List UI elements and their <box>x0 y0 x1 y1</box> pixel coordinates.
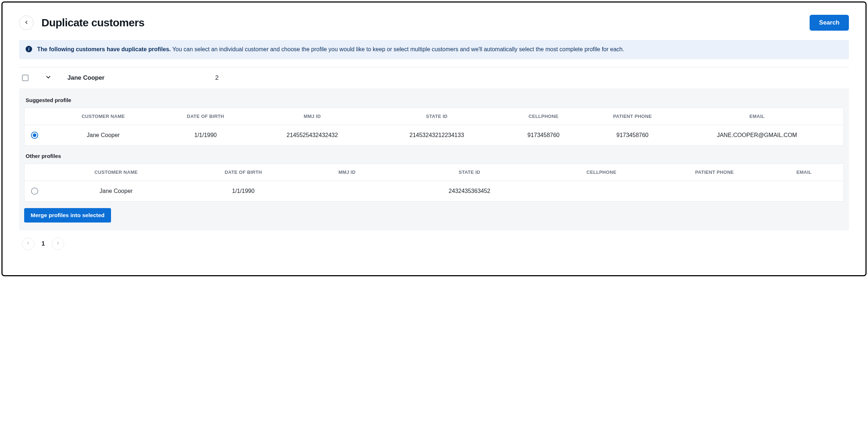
profile-radio-suggested[interactable] <box>31 132 38 139</box>
expand-toggle[interactable] <box>45 74 52 82</box>
other-profiles-label: Other profiles <box>26 153 842 159</box>
cell-dob: 1/1/1990 <box>161 132 250 138</box>
cell-mmj-id: 2145525432432432 <box>250 132 375 138</box>
col-patient-phone: PATIENT PHONE <box>588 114 677 119</box>
info-icon: i <box>26 46 32 52</box>
group-details-panel: Suggested profile CUSTOMER NAME DATE OF … <box>19 88 849 230</box>
chevron-left-icon <box>26 241 30 246</box>
merge-profiles-button[interactable]: Merge profiles into selected <box>24 208 111 223</box>
chevron-left-icon <box>24 20 29 26</box>
cell-name: Jane Cooper <box>45 188 187 194</box>
other-profiles-table: CUSTOMER NAME DATE OF BIRTH MMJ ID STATE… <box>24 163 844 202</box>
page-header: Duplicate customers Search <box>19 15 849 31</box>
col-cellphone: CELLPHONE <box>545 170 658 175</box>
pagination-current-page: 1 <box>41 240 45 247</box>
col-mmj-id: MMJ ID <box>300 170 394 175</box>
other-profile-row: Jane Cooper 1/1/1990 2432435363452 <box>25 181 843 201</box>
col-state-id: STATE ID <box>375 114 499 119</box>
back-button[interactable] <box>19 16 34 30</box>
duplicate-group-row: Jane Cooper 2 <box>19 67 849 88</box>
cell-name: Jane Cooper <box>45 132 161 138</box>
col-customer-name: CUSTOMER NAME <box>45 114 161 119</box>
info-bold: The following customers have duplicate p… <box>37 46 171 52</box>
pagination: 1 <box>19 230 849 251</box>
cell-dob: 1/1/1990 <box>187 188 300 194</box>
col-patient-phone: PATIENT PHONE <box>658 170 771 175</box>
col-email: EMAIL <box>771 170 837 175</box>
chevron-right-icon <box>56 241 60 246</box>
info-rest: You can select an individual customer an… <box>171 46 624 52</box>
col-cellphone: CELLPHONE <box>499 114 588 119</box>
cell-state-id: 21453243212234133 <box>375 132 499 138</box>
col-customer-name: CUSTOMER NAME <box>45 170 187 175</box>
group-duplicate-count: 2 <box>215 74 218 82</box>
col-dob: DATE OF BIRTH <box>161 114 250 119</box>
col-mmj-id: MMJ ID <box>250 114 375 119</box>
info-text: The following customers have duplicate p… <box>37 45 624 54</box>
chevron-down-icon <box>45 75 52 82</box>
cell-state-id: 2432435363452 <box>394 188 545 194</box>
suggested-profile-table: CUSTOMER NAME DATE OF BIRTH MMJ ID STATE… <box>24 107 844 146</box>
col-state-id: STATE ID <box>394 170 545 175</box>
cell-patient-phone: 9173458760 <box>588 132 677 138</box>
suggested-profile-row: Jane Cooper 1/1/1990 2145525432432432 21… <box>25 125 843 145</box>
pagination-next-button[interactable] <box>52 238 64 250</box>
col-email: EMAIL <box>677 114 837 119</box>
cell-cellphone: 9173458760 <box>499 132 588 138</box>
group-customer-name: Jane Cooper <box>67 74 194 82</box>
cell-email: JANE.COOPER@GMAIL.COM <box>677 132 837 138</box>
pagination-prev-button[interactable] <box>22 238 34 250</box>
suggested-profile-label: Suggested profile <box>26 97 842 103</box>
group-select-checkbox[interactable] <box>22 75 28 81</box>
search-button[interactable]: Search <box>810 15 849 31</box>
page-title: Duplicate customers <box>41 17 145 29</box>
col-dob: DATE OF BIRTH <box>187 170 300 175</box>
profile-radio-other[interactable] <box>31 188 38 195</box>
info-banner: i The following customers have duplicate… <box>19 40 849 59</box>
